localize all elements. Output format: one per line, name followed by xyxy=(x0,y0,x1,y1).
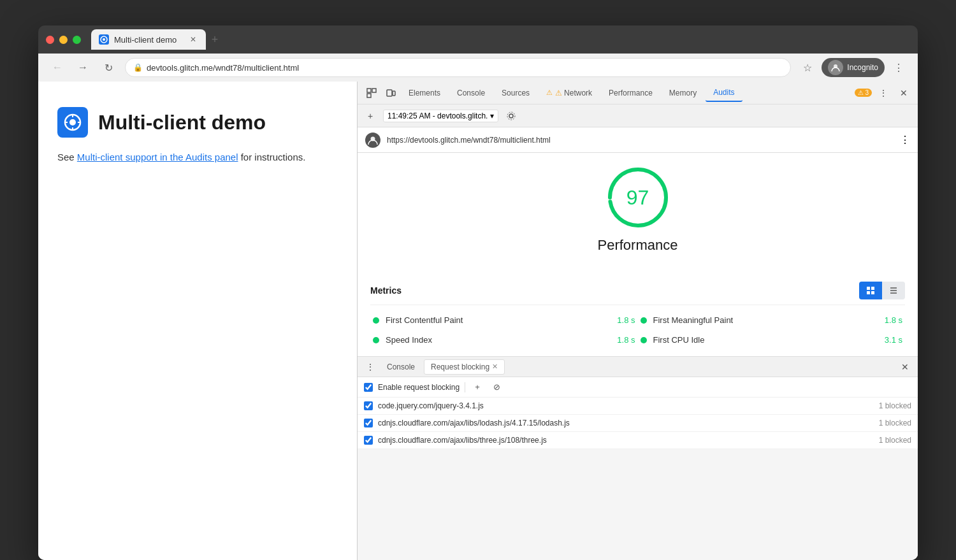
device-toolbar-button[interactable] xyxy=(382,84,400,102)
description-before: See xyxy=(57,152,77,162)
page-logo: Multi-client demo xyxy=(57,107,338,138)
request-item-1: cdnjs.cloudflare.com/ajax/libs/lodash.js… xyxy=(358,415,918,432)
metrics-list-view-button[interactable] xyxy=(882,282,905,299)
menu-button[interactable]: ⋮ xyxy=(890,59,908,76)
metric-dot xyxy=(373,317,379,324)
enable-blocking-label: Enable request blocking xyxy=(378,383,460,392)
browser-actions: ☆ Incognito ⋮ xyxy=(799,58,908,77)
request-item-0: code.jquery.com/jquery-3.4.1.js 1 blocke… xyxy=(358,398,918,415)
request-blocked-2: 1 blocked xyxy=(879,436,911,445)
drawer-tab-console[interactable]: Console xyxy=(380,359,421,375)
request-url-0: code.jquery.com/jquery-3.4.1.js xyxy=(378,401,874,410)
incognito-badge: Incognito xyxy=(822,58,885,77)
remove-all-button[interactable]: ⊘ xyxy=(489,380,503,394)
url-text: devtools.glitch.me/wndt78/multiclient.ht… xyxy=(147,63,299,73)
svg-rect-13 xyxy=(393,91,395,96)
url-box[interactable]: 🔒 devtools.glitch.me/wndt78/multiclient.… xyxy=(125,58,791,77)
devtools-more-button[interactable]: ⋮ xyxy=(874,84,892,102)
tab-title: Multi-client demo xyxy=(114,35,177,45)
performance-label: Performance xyxy=(598,237,678,254)
bookmark-button[interactable]: ☆ xyxy=(799,59,816,76)
devtools-panel: Elements Console Sources ⚠ Network Perfo… xyxy=(357,82,918,560)
devtools-close-button[interactable]: ✕ xyxy=(895,84,913,102)
metric-name: Speed Index xyxy=(386,335,611,345)
tab-bar: Multi-client demo ✕ + xyxy=(91,29,910,50)
page-logo-icon xyxy=(57,107,88,138)
incognito-icon xyxy=(828,60,843,75)
devtools-tabs: Elements Console Sources ⚠ Network Perfo… xyxy=(358,82,918,104)
metric-value: 1.8 s xyxy=(617,315,635,325)
reload-button[interactable]: ↻ xyxy=(99,59,117,76)
request-blocking-toolbar: Enable request blocking + ⊘ xyxy=(358,377,918,398)
drawer-tab-console-label: Console xyxy=(387,363,415,371)
maximize-traffic-light[interactable] xyxy=(73,36,81,44)
enable-blocking-checkbox[interactable] xyxy=(364,383,373,392)
metric-item-fmp: First Meaningful Paint 1.8 s xyxy=(638,310,906,330)
metric-value: 1.8 s xyxy=(885,315,902,325)
metrics-grid-view-button[interactable] xyxy=(859,282,882,299)
tab-close-button[interactable]: ✕ xyxy=(188,34,198,45)
metric-dot xyxy=(641,337,647,343)
bottom-drawer: ⋮ Console Request blocking ✕ ✕ Enable re… xyxy=(358,356,918,560)
inspect-element-button[interactable] xyxy=(363,84,380,102)
add-pattern-button[interactable]: + xyxy=(470,380,484,394)
back-button[interactable]: ← xyxy=(48,59,66,76)
toolbar-separator xyxy=(465,382,465,392)
network-warning-icon: ⚠ xyxy=(555,89,562,97)
request-blocked-0: 1 blocked xyxy=(879,401,911,410)
drawer-menu-button[interactable]: ⋮ xyxy=(363,359,378,375)
devtools-content: 97 Performance Metrics xyxy=(358,153,918,356)
svg-rect-21 xyxy=(867,291,870,294)
audits-url-more[interactable]: ⋮ xyxy=(900,134,910,146)
metric-item-si: Speed Index 1.8 s xyxy=(370,330,638,350)
svg-rect-10 xyxy=(367,94,371,97)
request-url-1: cdnjs.cloudflare.com/ajax/libs/lodash.js… xyxy=(378,419,874,427)
drawer-tab-request-blocking[interactable]: Request blocking ✕ xyxy=(424,359,505,375)
page-title: Multi-client demo xyxy=(98,111,266,134)
metrics-title: Metrics xyxy=(370,285,402,296)
time-dropdown[interactable]: 11:49:25 AM - devtools.glitch. ▾ xyxy=(383,110,498,122)
minimize-traffic-light[interactable] xyxy=(59,36,68,44)
drawer-close-button[interactable]: ✕ xyxy=(897,359,913,375)
page-link[interactable]: Multi-client support in the Audits panel xyxy=(77,152,238,162)
browser-tab[interactable]: Multi-client demo ✕ xyxy=(91,29,206,50)
tab-elements[interactable]: Elements xyxy=(401,84,448,102)
metrics-view-toggle xyxy=(859,282,905,299)
dropdown-caret-icon: ▾ xyxy=(490,111,494,120)
new-audit-button[interactable]: + xyxy=(363,108,378,124)
metric-item-mpfid: Max Potential First Input Delay 100 ms xyxy=(638,350,906,356)
settings-button[interactable] xyxy=(503,108,519,124)
metric-item-fcp: First Contentful Paint 1.8 s xyxy=(370,310,638,330)
svg-rect-9 xyxy=(367,89,371,92)
request-checkbox-0[interactable] xyxy=(364,401,373,410)
request-checkbox-1[interactable] xyxy=(364,419,373,427)
tab-console[interactable]: Console xyxy=(449,84,493,102)
drawer-tab-rb-label: Request blocking xyxy=(431,363,489,371)
audits-avatar xyxy=(365,133,380,148)
metric-dot xyxy=(641,317,647,324)
tab-memory[interactable]: Memory xyxy=(662,84,704,102)
description-after: for instructions. xyxy=(238,152,306,162)
tab-network[interactable]: ⚠ Network xyxy=(539,84,600,102)
metric-name: First Contentful Paint xyxy=(386,315,611,325)
address-bar: ← → ↻ 🔒 devtools.glitch.me/wndt78/multic… xyxy=(38,54,918,82)
metric-item-tti: Time to Interactive 3.2 s xyxy=(370,350,638,356)
tab-sources[interactable]: Sources xyxy=(494,84,537,102)
svg-point-14 xyxy=(509,114,513,118)
tab-performance[interactable]: Performance xyxy=(601,84,660,102)
request-url-2: cdnjs.cloudflare.com/ajax/libs/three.js/… xyxy=(378,436,874,445)
page-description: See Multi-client support in the Audits p… xyxy=(57,150,338,165)
close-traffic-light[interactable] xyxy=(46,36,54,44)
request-blocked-1: 1 blocked xyxy=(879,419,911,427)
drawer-tabs: ⋮ Console Request blocking ✕ ✕ xyxy=(358,357,918,377)
metric-name: First Meaningful Paint xyxy=(653,315,878,325)
new-tab-button[interactable]: + xyxy=(206,31,224,48)
forward-button[interactable]: → xyxy=(74,59,92,76)
request-checkbox-2[interactable] xyxy=(364,436,373,445)
title-bar: Multi-client demo ✕ + xyxy=(38,25,918,54)
metric-value: 3.1 s xyxy=(885,335,902,345)
tab-audits[interactable]: Audits xyxy=(706,84,742,102)
drawer-tab-close-icon[interactable]: ✕ xyxy=(492,363,498,371)
svg-point-4 xyxy=(69,119,76,126)
traffic-lights xyxy=(46,36,81,44)
